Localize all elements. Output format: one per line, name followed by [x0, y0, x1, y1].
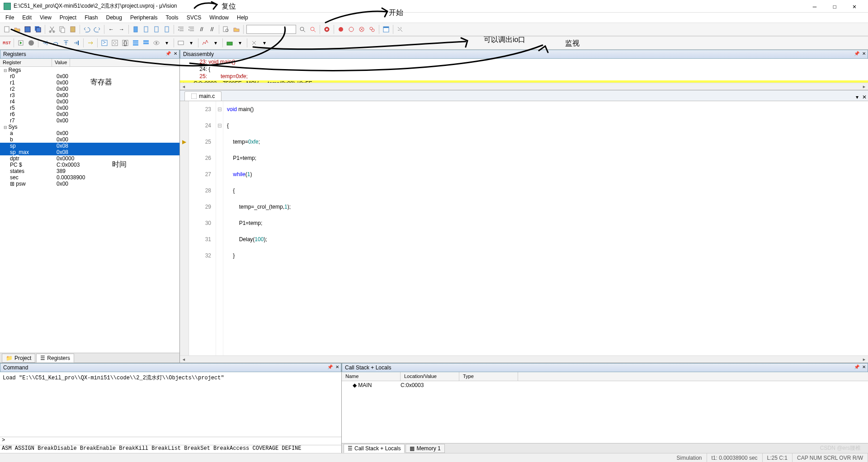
disassembly-window-icon[interactable] [110, 38, 120, 48]
reg-row[interactable]: r00x00 [0, 73, 179, 79]
step-icon[interactable] [40, 38, 50, 48]
nav-back-icon[interactable]: ← [106, 24, 116, 34]
menu-help[interactable]: Help [233, 14, 252, 22]
reg-row[interactable]: r20x00 [0, 86, 179, 92]
update-windows-icon[interactable] [249, 38, 259, 48]
menu-edit[interactable]: Edit [19, 14, 35, 22]
memory-window-icon[interactable]: ▾ [162, 38, 172, 48]
debug-icon[interactable] [322, 24, 332, 34]
registers-table[interactable]: Regsr00x00r10x00r20x00r30x00r40x00r50x00… [0, 67, 179, 353]
undo-icon[interactable] [82, 24, 92, 34]
disassembly-hscroll[interactable] [180, 83, 868, 90]
maximize-button[interactable]: ☐ [825, 1, 844, 12]
reset-icon[interactable]: RST [2, 38, 12, 48]
pin-icon[interactable]: 📌 [327, 364, 333, 369]
toolbox-dd-icon[interactable]: ▾ [235, 38, 245, 48]
tab-main-c[interactable]: main.c [184, 91, 222, 101]
bookmark-prev-icon[interactable] [141, 24, 151, 34]
new-file-icon[interactable] [2, 24, 12, 34]
menu-svcs[interactable]: SVCS [183, 14, 205, 22]
disassembly-view[interactable]: 23: void main() 24: { 25: temp=0xfe;⇨C:0… [180, 59, 868, 83]
system-viewer-icon[interactable]: ▾ [211, 38, 221, 48]
editor-hscroll[interactable] [180, 355, 868, 363]
reg-row[interactable]: PC $C:0x0003 [0, 162, 179, 168]
callstack-table[interactable]: ◆ MAINC:0x0003 [342, 381, 868, 443]
registers-window-icon[interactable] [131, 38, 141, 48]
find-input[interactable] [246, 25, 296, 34]
breakpoint-killall-icon[interactable] [367, 24, 377, 34]
reg-row[interactable]: sp0x08 [0, 143, 179, 149]
nav-fwd-icon[interactable]: → [117, 24, 127, 34]
stop-icon[interactable] [26, 38, 36, 48]
command-window-icon[interactable]: > [99, 38, 109, 48]
close-panel-icon[interactable]: ✕ [174, 51, 177, 56]
editor-dropdown-icon[interactable]: ▾ [854, 93, 861, 101]
step-out-icon[interactable] [61, 38, 71, 48]
editor-close-icon[interactable]: ✕ [861, 93, 868, 101]
close-panel-icon[interactable]: ✕ [862, 364, 866, 369]
toolbox-icon[interactable] [225, 38, 235, 48]
paste-icon[interactable] [68, 24, 78, 34]
tab-project[interactable]: 📁Project [2, 354, 35, 363]
tab-registers[interactable]: ☰Registers [36, 354, 74, 363]
reg-row[interactable]: r50x00 [0, 105, 179, 111]
minimize-button[interactable]: — [805, 1, 825, 12]
serial-window-icon[interactable] [176, 38, 186, 48]
uncomment-icon[interactable]: // [207, 24, 217, 34]
tab-callstack[interactable]: ☰Call Stack + Locals [344, 444, 405, 453]
menu-view[interactable]: View [36, 14, 55, 22]
find-in-files-icon[interactable] [221, 24, 231, 34]
pin-icon[interactable]: 📌 [165, 51, 171, 56]
command-input[interactable]: > [0, 437, 341, 445]
tab-memory1[interactable]: ▦Memory 1 [406, 444, 444, 453]
cut-icon[interactable] [47, 24, 57, 34]
menu-debug[interactable]: Debug [103, 14, 126, 22]
redo-icon[interactable] [92, 24, 102, 34]
configure-icon[interactable] [395, 24, 405, 34]
incremental-find-icon[interactable] [308, 24, 318, 34]
trace-window-icon[interactable] [200, 38, 210, 48]
pin-icon[interactable]: 📌 [854, 364, 859, 369]
menu-flash[interactable]: Flash [81, 14, 101, 22]
reg-row[interactable]: r60x00 [0, 111, 179, 117]
menu-tools[interactable]: Tools [162, 14, 182, 22]
menu-peripherals[interactable]: Peripherals [127, 14, 161, 22]
save-all-icon[interactable] [33, 24, 43, 34]
close-panel-icon[interactable]: ✕ [335, 364, 339, 369]
show-next-icon[interactable] [85, 38, 95, 48]
indent-icon[interactable] [176, 24, 186, 34]
reg-row[interactable]: r40x00 [0, 98, 179, 105]
reg-row[interactable]: states389 [0, 168, 179, 174]
reg-row[interactable]: dptr0x0000 [0, 155, 179, 162]
breakpoint-kill-icon[interactable] [357, 24, 367, 34]
reg-group[interactable]: Regs [0, 67, 179, 73]
window-icon[interactable] [381, 24, 391, 34]
watch-window-icon[interactable] [151, 38, 161, 48]
bookmark-clear-icon[interactable] [162, 24, 172, 34]
save-icon[interactable] [23, 24, 33, 34]
menu-window[interactable]: Window [206, 14, 232, 22]
reg-row[interactable]: r30x00 [0, 92, 179, 98]
outdent-icon[interactable] [186, 24, 196, 34]
folder-icon[interactable] [231, 24, 241, 34]
reg-row[interactable]: b0x00 [0, 136, 179, 143]
find-icon[interactable] [297, 24, 307, 34]
reg-row[interactable]: sec0.00038900 [0, 174, 179, 181]
close-panel-icon[interactable]: ✕ [862, 51, 866, 56]
reg-row[interactable]: r70x00 [0, 117, 179, 124]
bookmark-next-icon[interactable] [151, 24, 161, 34]
open-icon[interactable] [12, 24, 22, 34]
toolbox-dd2-icon[interactable]: ▾ [259, 38, 269, 48]
symbols-window-icon[interactable]: {} [120, 38, 130, 48]
pin-icon[interactable]: 📌 [854, 51, 859, 56]
reg-group[interactable]: Sys [0, 124, 179, 130]
close-button[interactable]: ✕ [844, 1, 864, 12]
code-editor[interactable]: ▶ 23242526272829303132 ⊟⊟ void main(){ t… [180, 101, 868, 355]
run-to-cursor-icon[interactable] [71, 38, 81, 48]
copy-icon[interactable] [57, 24, 67, 34]
callstack-row[interactable]: ◆ MAINC:0x0003 [342, 381, 868, 389]
breakpoint-disable-icon[interactable] [346, 24, 356, 34]
reg-row[interactable]: r10x00 [0, 79, 179, 86]
step-over-icon[interactable] [51, 38, 61, 48]
run-icon[interactable] [16, 38, 26, 48]
